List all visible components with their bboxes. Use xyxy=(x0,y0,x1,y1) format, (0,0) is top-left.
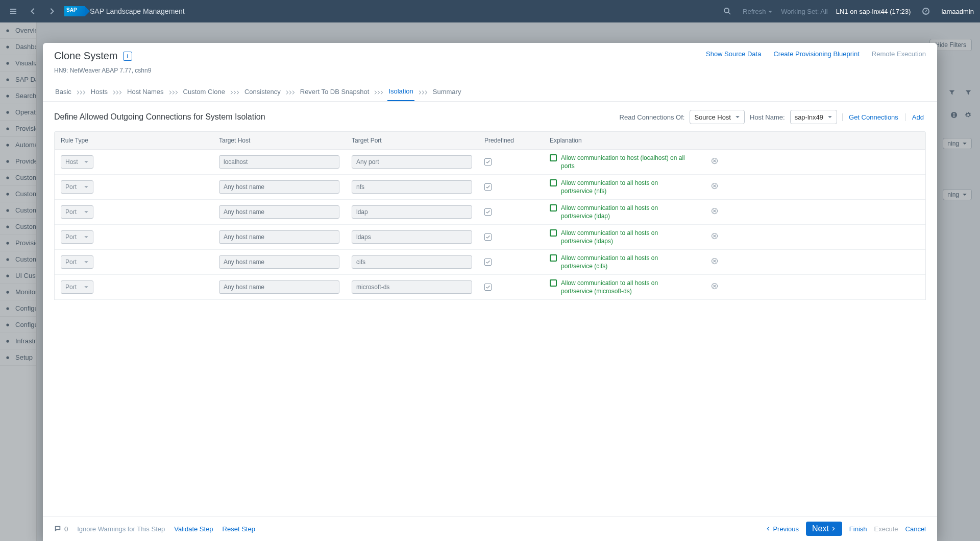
info-icon[interactable]: i xyxy=(123,52,132,61)
target-host-input[interactable] xyxy=(219,205,339,219)
wizard-step[interactable]: Isolation xyxy=(387,84,414,101)
rule-type-select[interactable]: Port xyxy=(61,205,93,219)
allow-icon xyxy=(550,179,557,186)
working-set-label[interactable]: Working Set: All xyxy=(781,8,828,15)
rule-type-select[interactable]: Port xyxy=(61,230,93,244)
chevron-right-icon xyxy=(112,88,123,98)
read-connections-label: Read Connections Of: xyxy=(620,113,685,121)
explanation-text: Allow communication to all hosts on port… xyxy=(550,254,691,270)
rule-type-select[interactable]: Port xyxy=(61,280,93,294)
refresh-button[interactable]: Refresh xyxy=(743,8,773,15)
predefined-checkbox[interactable] xyxy=(484,258,492,266)
col-target-port: Target Port xyxy=(346,132,478,149)
chevron-right-icon xyxy=(418,88,429,98)
finish-button[interactable]: Finish xyxy=(849,525,867,533)
predefined-checkbox[interactable] xyxy=(484,284,492,291)
menu-icon[interactable] xyxy=(6,4,20,18)
target-port-input[interactable] xyxy=(352,155,472,169)
target-port-input[interactable] xyxy=(352,255,472,269)
add-button[interactable]: Add xyxy=(905,113,926,121)
chevron-right-icon xyxy=(76,88,87,98)
target-port-input[interactable] xyxy=(352,180,472,194)
reset-step-link[interactable]: Reset Step xyxy=(223,525,255,533)
delete-row-icon[interactable] xyxy=(711,232,718,242)
next-button[interactable]: Next xyxy=(806,522,842,536)
target-port-input[interactable] xyxy=(352,230,472,244)
search-icon[interactable] xyxy=(720,4,734,18)
allow-icon xyxy=(550,229,557,237)
create-blueprint-link[interactable]: Create Provisioning Blueprint xyxy=(773,50,859,58)
delete-row-icon[interactable] xyxy=(711,283,718,292)
target-host-input[interactable] xyxy=(219,230,339,244)
rule-type-select[interactable]: Port xyxy=(61,180,93,194)
chevron-right-icon xyxy=(285,88,296,98)
remote-execution-link[interactable]: Remote Execution xyxy=(872,50,926,58)
delete-row-icon[interactable] xyxy=(711,257,718,267)
cancel-button[interactable]: Cancel xyxy=(905,525,926,533)
col-explanation: Explanation xyxy=(544,132,697,149)
chevron-right-icon xyxy=(229,88,240,98)
shell-header: SAP SAP Landscape Management Refresh Wor… xyxy=(0,0,980,22)
delete-row-icon[interactable] xyxy=(711,182,718,192)
target-host-input[interactable] xyxy=(219,280,339,294)
allow-icon xyxy=(550,204,557,211)
table-row: Port Allow communication to all hosts on… xyxy=(55,250,925,275)
explanation-text: Allow communication to all hosts on port… xyxy=(550,204,691,220)
wizard-step[interactable]: Basic xyxy=(54,85,72,101)
previous-button[interactable]: Previous xyxy=(766,525,799,533)
validate-step-link[interactable]: Validate Step xyxy=(174,525,213,533)
user-name[interactable]: lamaadmin xyxy=(941,8,974,15)
wizard-step[interactable]: Summary xyxy=(432,85,462,101)
get-connections-button[interactable]: Get Connections xyxy=(842,113,900,121)
table-row: Host Allow communication to host (localh… xyxy=(55,150,925,175)
allow-icon xyxy=(550,154,557,161)
delete-row-icon[interactable] xyxy=(711,157,718,167)
col-rule-type: Rule Type xyxy=(55,132,213,149)
predefined-checkbox[interactable] xyxy=(484,233,492,241)
wizard-step[interactable]: Consistency xyxy=(243,85,282,101)
host-name-select[interactable]: sap-lnx49 xyxy=(790,110,837,124)
allow-icon xyxy=(550,279,557,287)
dialog-footer: 0 Ignore Warnings for This Step Validate… xyxy=(43,516,937,541)
wizard-step[interactable]: Host Names xyxy=(126,85,165,101)
wizard-step[interactable]: Custom Clone xyxy=(182,85,226,101)
wizard-steps: BasicHostsHost NamesCustom CloneConsiste… xyxy=(43,80,937,101)
section-title: Define Allowed Outgoing Connections for … xyxy=(54,112,265,122)
table-row: Port Allow communication to all hosts on… xyxy=(55,175,925,200)
target-port-input[interactable] xyxy=(352,280,472,294)
allow-icon xyxy=(550,254,557,262)
chevron-right-icon xyxy=(373,88,384,98)
wizard-step[interactable]: Revert To DB Snapshot xyxy=(299,85,371,101)
execute-button[interactable]: Execute xyxy=(874,525,898,533)
ignore-warnings-link[interactable]: Ignore Warnings for This Step xyxy=(77,525,165,533)
table-header: Rule Type Target Host Target Port Predef… xyxy=(54,131,926,150)
explanation-text: Allow communication to all hosts on port… xyxy=(550,179,691,195)
delete-row-icon[interactable] xyxy=(711,207,718,217)
predefined-checkbox[interactable] xyxy=(484,208,492,216)
target-port-input[interactable] xyxy=(352,205,472,219)
chevron-right-icon xyxy=(168,88,179,98)
help-icon[interactable] xyxy=(919,4,933,18)
read-connections-select[interactable]: Source Host xyxy=(690,110,745,124)
rule-type-select[interactable]: Port xyxy=(61,255,93,269)
col-predefined: Predefined xyxy=(478,132,544,149)
target-host-input[interactable] xyxy=(219,255,339,269)
target-host-input[interactable] xyxy=(219,155,339,169)
clone-system-dialog: Clone System i Show Source Data Create P… xyxy=(43,43,937,541)
predefined-checkbox[interactable] xyxy=(484,158,492,166)
target-host-input[interactable] xyxy=(219,180,339,194)
wizard-step[interactable]: Hosts xyxy=(90,85,109,101)
sap-logo: SAP xyxy=(64,6,85,16)
messages-count[interactable]: 0 xyxy=(54,525,68,533)
app-title: SAP Landscape Management xyxy=(90,7,185,15)
dialog-subtitle: HN9: NetWeaver ABAP 7.77, cshn9 xyxy=(54,67,926,74)
nav-forward-icon[interactable] xyxy=(45,4,59,18)
col-target-host: Target Host xyxy=(213,132,346,149)
show-source-data-link[interactable]: Show Source Data xyxy=(706,50,761,58)
predefined-checkbox[interactable] xyxy=(484,183,492,191)
nav-back-icon[interactable] xyxy=(26,4,40,18)
host-name-label: Host Name: xyxy=(750,113,785,121)
modal-overlay: Clone System i Show Source Data Create P… xyxy=(0,22,980,541)
rule-type-select[interactable]: Host xyxy=(61,155,93,169)
table-row: Port Allow communication to all hosts on… xyxy=(55,225,925,250)
